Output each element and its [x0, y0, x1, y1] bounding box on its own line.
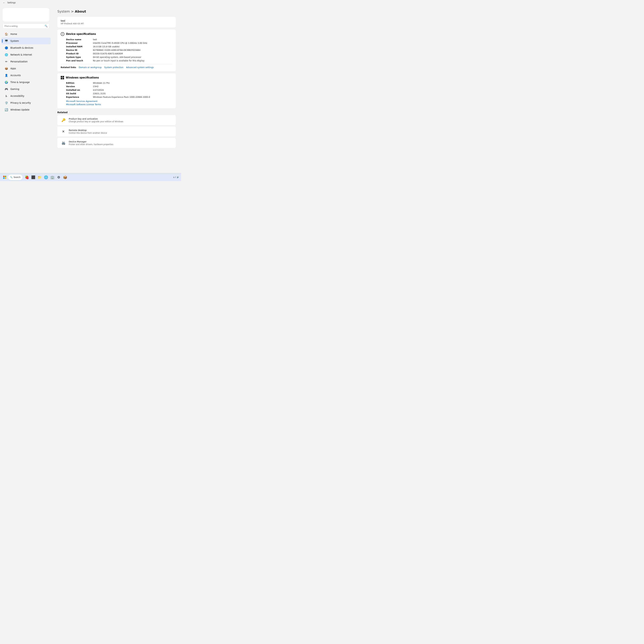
device-specs-card: i Device specifications Device nametestP…	[57, 30, 176, 71]
product-key-text: Product key and activation Change produc…	[69, 118, 123, 123]
sidebar-item-system[interactable]: 🖥️ System	[1, 38, 51, 44]
spec-label: Processor	[66, 42, 93, 44]
sidebar-item-home[interactable]: 🏠 Home	[1, 31, 51, 37]
spec-value: 00330-51670-40672-AAOEM	[93, 52, 172, 55]
sidebar-item-label-update: Windows Update	[10, 108, 29, 111]
sidebar-item-personalization[interactable]: ✏️ Personalization	[1, 58, 51, 65]
spec-value: Intel(R) Core(TM) i5-8500 CPU @ 3.00GHz …	[93, 42, 172, 44]
taskbar-icon-0[interactable]: 🍓	[24, 174, 30, 180]
win-spec-label: Installed on	[66, 89, 93, 91]
sidebar-item-bluetooth[interactable]: 🔵 Bluetooth & devices	[1, 44, 51, 51]
device-manager-title: Device Manager	[69, 140, 113, 143]
sidebar-item-gaming[interactable]: 🎮 Gaming	[1, 86, 51, 92]
win-spec-label: Version	[66, 85, 93, 88]
nav-list: 🏠 Home 🖥️ System 🔵 Bluetooth & devices 🌐…	[0, 31, 52, 113]
apps-icon: 📦	[5, 67, 8, 70]
ms-link[interactable]: Microsoft Software License Terms	[66, 103, 172, 106]
win-spec-value: 22631.3155	[93, 92, 172, 95]
taskbar: 🔍 Search 🍓⬛📁🌐🏢⚙️📦 ⌂ ♪ 🔊	[0, 173, 181, 181]
advanced-system-settings-link[interactable]: Advanced system settings	[126, 66, 154, 69]
system-protection-link[interactable]: System protection	[104, 66, 123, 69]
sidebar-item-label-gaming: Gaming	[10, 88, 19, 90]
sidebar-item-label-privacy: Privacy & security	[10, 101, 31, 104]
windows-logo-icon	[61, 76, 64, 79]
related-item-device-manager[interactable]: 🖨️ Device Manager Printer and other driv…	[57, 138, 176, 148]
remote-desktop-desc: Control this device from another device	[69, 132, 107, 134]
accessibility-icon: ♿	[5, 94, 8, 98]
sidebar-item-apps[interactable]: 📦 Apps	[1, 65, 51, 72]
windows-specs-card: Windows specifications EditionWindows 11…	[57, 73, 176, 108]
device-spec-table: Device nametestProcessorIntel(R) Core(TM…	[61, 38, 172, 62]
related-links: Related links Domain or workgroup System…	[61, 64, 172, 69]
sidebar-item-privacy[interactable]: 🛡️ Privacy & security	[1, 99, 51, 106]
start-button[interactable]	[2, 175, 7, 180]
sidebar-item-label-system: System	[10, 40, 19, 42]
win-spec-label: Edition	[66, 82, 93, 84]
sidebar-item-update[interactable]: 🔄 Windows Update	[1, 106, 51, 113]
domain-workgroup-link[interactable]: Domain or workgroup	[79, 66, 102, 69]
product-key-desc: Change product key or upgrade your editi…	[69, 120, 123, 123]
device-manager-icon: 🖨️	[61, 140, 66, 146]
breadcrumb-about: About	[75, 9, 86, 13]
search-container[interactable]: 🔍	[3, 23, 49, 29]
taskbar-icon-5[interactable]: ⚙️	[56, 174, 62, 180]
sidebar-item-time[interactable]: 🌍 Time & language	[1, 79, 51, 86]
remote-desktop-title: Remote desktop	[69, 129, 107, 131]
windows-spec-table: EditionWindows 11 ProVersion23H2Installe…	[61, 82, 172, 98]
device-name-card: test HP ProDesk 400 G5 MT	[57, 17, 176, 28]
spec-value: test	[93, 38, 172, 41]
related-item-product-key[interactable]: 🔑 Product key and activation Change prod…	[57, 115, 176, 125]
taskbar-search[interactable]: 🔍 Search	[8, 175, 22, 180]
network-icon: 🌐	[5, 53, 8, 56]
win-spec-value: 2/27/2024	[93, 89, 172, 91]
info-icon: i	[61, 32, 64, 36]
taskbar-icon-1[interactable]: ⬛	[30, 174, 36, 180]
back-button[interactable]: ←	[2, 1, 6, 5]
sidebar-item-label-apps: Apps	[10, 67, 16, 70]
sidebar-item-network[interactable]: 🌐 Network & internet	[1, 51, 51, 58]
personalization-icon: ✏️	[5, 60, 8, 63]
related-section-title: Related	[57, 111, 176, 114]
windows-start-icon	[3, 176, 6, 179]
related-links-label: Related links	[61, 66, 76, 69]
device-name: test	[61, 19, 172, 22]
taskbar-icon-6[interactable]: 📦	[62, 174, 68, 180]
update-icon: 🔄	[5, 108, 8, 111]
device-specs-header: i Device specifications	[61, 32, 172, 36]
taskbar-icon-4[interactable]: 🏢	[49, 174, 55, 180]
sidebar-item-label-bluetooth: Bluetooth & devices	[10, 46, 33, 49]
sidebar-item-accessibility[interactable]: ♿ Accessibility	[1, 93, 51, 99]
search-icon: 🔍	[45, 25, 47, 27]
breadcrumb-separator: >	[71, 9, 75, 13]
taskbar-icon-2[interactable]: 📁	[37, 174, 43, 180]
sidebar-item-label-personalization: Personalization	[10, 60, 28, 63]
avatar	[3, 8, 49, 21]
product-key-title: Product key and activation	[69, 118, 123, 120]
device-model: HP ProDesk 400 G5 MT	[61, 22, 172, 25]
remote-desktop-icon: ✕	[61, 129, 66, 134]
ms-links: Microsoft Services AgreementMicrosoft So…	[61, 100, 172, 106]
taskbar-search-label: Search	[14, 176, 20, 178]
search-input[interactable]	[5, 25, 43, 27]
sidebar-item-label-time: Time & language	[10, 81, 30, 84]
titlebar-title: Settings	[7, 2, 16, 4]
accounts-icon: 👤	[5, 74, 8, 77]
taskbar-icon-3[interactable]: 🌐	[43, 174, 49, 180]
breadcrumb: System > About	[57, 9, 176, 13]
spec-label: Product ID	[66, 52, 93, 55]
titlebar: ← Settings	[0, 0, 181, 5]
taskbar-search-icon: 🔍	[10, 176, 13, 178]
sidebar: 🔍 🏠 Home 🖥️ System 🔵 Bluetooth & devices…	[0, 5, 52, 173]
spec-label: Device name	[66, 38, 93, 41]
breadcrumb-system[interactable]: System	[57, 9, 70, 13]
privacy-icon: 🛡️	[5, 101, 8, 104]
device-manager-text: Device Manager Printer and other drivers…	[69, 140, 113, 146]
system-icon: 🖥️	[5, 39, 8, 43]
sidebar-item-label-accounts: Accounts	[10, 74, 21, 77]
ms-link[interactable]: Microsoft Services Agreement	[66, 100, 172, 102]
win-spec-label: Experience	[66, 96, 93, 98]
related-item-remote-desktop[interactable]: ✕ Remote desktop Control this device fro…	[57, 126, 176, 137]
spec-value: 827B884C-51DD-4260-876A-DE3BB35D3AB4	[93, 49, 172, 51]
sidebar-item-accounts[interactable]: 👤 Accounts	[1, 72, 51, 79]
spec-label: System type	[66, 56, 93, 58]
